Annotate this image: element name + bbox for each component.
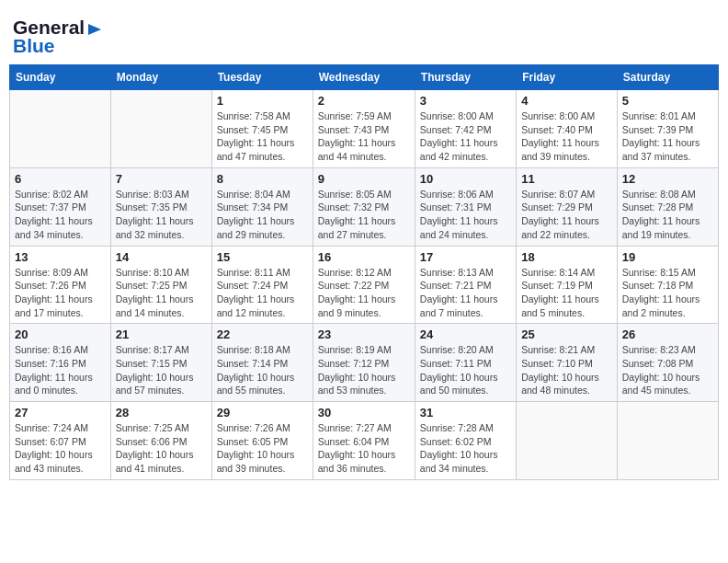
logo-blue-row: Blue	[13, 35, 55, 57]
calendar-cell: 18Sunrise: 8:14 AMSunset: 7:19 PMDayligh…	[517, 246, 618, 324]
day-info: Sunrise: 7:25 AMSunset: 6:06 PMDaylight:…	[116, 421, 207, 476]
calendar-week-row: 20Sunrise: 8:16 AMSunset: 7:16 PMDayligh…	[10, 324, 719, 402]
sunrise-text: Sunrise: 7:27 AM	[318, 422, 392, 433]
day-info: Sunrise: 8:00 AMSunset: 7:40 PMDaylight:…	[521, 109, 612, 164]
daylight-text: Daylight: 10 hours and 34 minutes.	[420, 449, 498, 474]
daylight-text: Daylight: 10 hours and 48 minutes.	[521, 372, 599, 396]
calendar-cell: 6Sunrise: 8:02 AMSunset: 7:37 PMDaylight…	[10, 167, 111, 246]
calendar-cell	[110, 90, 211, 168]
day-number: 28	[116, 406, 207, 419]
day-info: Sunrise: 8:16 AMSunset: 7:16 PMDaylight:…	[15, 343, 106, 397]
day-info: Sunrise: 8:08 AMSunset: 7:28 PMDaylight:…	[622, 188, 713, 242]
daylight-text: Daylight: 11 hours and 27 minutes.	[318, 215, 396, 240]
sunrise-text: Sunrise: 8:04 AM	[217, 189, 290, 200]
daylight-text: Daylight: 11 hours and 19 minutes.	[622, 215, 700, 240]
logo-chevron-icon	[86, 22, 103, 37]
sunset-text: Sunset: 7:43 PM	[318, 124, 390, 135]
day-info: Sunrise: 8:06 AMSunset: 7:31 PMDaylight:…	[420, 188, 511, 242]
calendar-cell: 13Sunrise: 8:09 AMSunset: 7:26 PMDayligh…	[10, 246, 111, 324]
day-number: 31	[420, 406, 511, 419]
calendar-cell: 22Sunrise: 8:18 AMSunset: 7:14 PMDayligh…	[211, 324, 313, 402]
sunrise-text: Sunrise: 8:05 AM	[318, 189, 392, 200]
sunset-text: Sunset: 7:34 PM	[217, 201, 289, 213]
calendar-cell	[10, 90, 111, 168]
day-number: 26	[622, 327, 713, 341]
day-info: Sunrise: 7:26 AMSunset: 6:05 PMDaylight:…	[217, 421, 308, 476]
calendar-cell: 30Sunrise: 7:27 AMSunset: 6:04 PMDayligh…	[313, 402, 415, 480]
daylight-text: Daylight: 11 hours and 7 minutes.	[420, 293, 498, 318]
calendar-cell: 28Sunrise: 7:25 AMSunset: 6:06 PMDayligh…	[110, 402, 211, 480]
calendar-cell: 31Sunrise: 7:28 AMSunset: 6:02 PMDayligh…	[415, 402, 516, 480]
calendar-cell: 11Sunrise: 8:07 AMSunset: 7:29 PMDayligh…	[517, 167, 618, 246]
sunset-text: Sunset: 7:42 PM	[420, 124, 492, 135]
day-number: 20	[15, 327, 106, 341]
day-number: 16	[318, 250, 410, 264]
calendar-cell: 21Sunrise: 8:17 AMSunset: 7:15 PMDayligh…	[110, 324, 211, 402]
calendar-cell: 12Sunrise: 8:08 AMSunset: 7:28 PMDayligh…	[617, 167, 718, 246]
sunrise-text: Sunrise: 8:23 AM	[622, 344, 696, 355]
daylight-text: Daylight: 11 hours and 17 minutes.	[15, 293, 93, 318]
weekday-header-saturday: Saturday	[617, 65, 718, 90]
day-number: 14	[116, 250, 207, 264]
calendar-cell: 19Sunrise: 8:15 AMSunset: 7:18 PMDayligh…	[617, 246, 718, 324]
day-info: Sunrise: 8:14 AMSunset: 7:19 PMDaylight:…	[521, 266, 612, 320]
sunrise-text: Sunrise: 7:25 AM	[116, 422, 189, 433]
day-number: 11	[521, 172, 612, 186]
day-number: 23	[318, 327, 410, 341]
day-number: 18	[521, 250, 612, 264]
day-number: 21	[116, 327, 207, 341]
calendar-cell: 2Sunrise: 7:59 AMSunset: 7:43 PMDaylight…	[313, 90, 415, 168]
sunset-text: Sunset: 7:24 PM	[217, 280, 289, 291]
page-header: General Blue	[9, 9, 719, 57]
day-number: 7	[116, 172, 207, 186]
day-number: 15	[217, 250, 308, 264]
day-number: 10	[420, 172, 511, 186]
day-number: 8	[217, 172, 308, 186]
day-info: Sunrise: 7:28 AMSunset: 6:02 PMDaylight:…	[420, 421, 511, 476]
daylight-text: Daylight: 11 hours and 39 minutes.	[521, 137, 599, 162]
sunrise-text: Sunrise: 8:15 AM	[622, 267, 696, 278]
daylight-text: Daylight: 11 hours and 14 minutes.	[116, 293, 194, 318]
sunrise-text: Sunrise: 8:20 AM	[420, 344, 494, 355]
weekday-header-row: SundayMondayTuesdayWednesdayThursdayFrid…	[10, 65, 719, 90]
day-info: Sunrise: 8:03 AMSunset: 7:35 PMDaylight:…	[116, 188, 207, 242]
sunrise-text: Sunrise: 8:12 AM	[318, 267, 392, 278]
calendar-cell: 1Sunrise: 7:58 AMSunset: 7:45 PMDaylight…	[211, 90, 313, 168]
sunset-text: Sunset: 7:08 PM	[622, 358, 694, 369]
sunrise-text: Sunrise: 8:17 AM	[116, 344, 189, 355]
calendar-cell	[517, 402, 618, 480]
daylight-text: Daylight: 10 hours and 41 minutes.	[116, 449, 194, 474]
sunset-text: Sunset: 7:14 PM	[217, 358, 289, 369]
day-number: 4	[521, 94, 612, 108]
daylight-text: Daylight: 11 hours and 44 minutes.	[318, 137, 396, 162]
sunset-text: Sunset: 7:19 PM	[521, 280, 593, 291]
sunset-text: Sunset: 7:16 PM	[15, 358, 86, 369]
day-info: Sunrise: 7:59 AMSunset: 7:43 PMDaylight:…	[318, 109, 410, 164]
calendar-cell: 16Sunrise: 8:12 AMSunset: 7:22 PMDayligh…	[313, 246, 415, 324]
calendar-cell: 9Sunrise: 8:05 AMSunset: 7:32 PMDaylight…	[313, 167, 415, 246]
calendar-cell: 3Sunrise: 8:00 AMSunset: 7:42 PMDaylight…	[415, 90, 516, 168]
daylight-text: Daylight: 11 hours and 32 minutes.	[116, 215, 194, 240]
calendar-cell: 23Sunrise: 8:19 AMSunset: 7:12 PMDayligh…	[313, 324, 415, 402]
calendar-cell: 29Sunrise: 7:26 AMSunset: 6:05 PMDayligh…	[211, 402, 313, 480]
day-info: Sunrise: 8:20 AMSunset: 7:11 PMDaylight:…	[420, 343, 511, 397]
day-info: Sunrise: 8:04 AMSunset: 7:34 PMDaylight:…	[217, 188, 308, 242]
weekday-header-wednesday: Wednesday	[313, 65, 415, 90]
day-info: Sunrise: 8:10 AMSunset: 7:25 PMDaylight:…	[116, 266, 207, 320]
daylight-text: Daylight: 11 hours and 12 minutes.	[217, 293, 295, 318]
sunset-text: Sunset: 7:26 PM	[15, 280, 86, 291]
calendar-week-row: 13Sunrise: 8:09 AMSunset: 7:26 PMDayligh…	[10, 246, 719, 324]
day-info: Sunrise: 8:18 AMSunset: 7:14 PMDaylight:…	[217, 343, 308, 397]
day-number: 19	[622, 250, 713, 264]
sunrise-text: Sunrise: 8:13 AM	[420, 267, 494, 278]
day-info: Sunrise: 8:11 AMSunset: 7:24 PMDaylight:…	[217, 266, 308, 320]
day-number: 2	[318, 94, 410, 108]
daylight-text: Daylight: 10 hours and 36 minutes.	[318, 449, 396, 474]
sunset-text: Sunset: 7:39 PM	[622, 124, 694, 135]
day-number: 1	[217, 94, 308, 108]
sunrise-text: Sunrise: 8:00 AM	[521, 110, 595, 121]
calendar-cell: 24Sunrise: 8:20 AMSunset: 7:11 PMDayligh…	[415, 324, 516, 402]
sunset-text: Sunset: 6:06 PM	[116, 436, 188, 447]
sunset-text: Sunset: 6:04 PM	[318, 436, 390, 447]
daylight-text: Daylight: 10 hours and 55 minutes.	[217, 372, 295, 396]
